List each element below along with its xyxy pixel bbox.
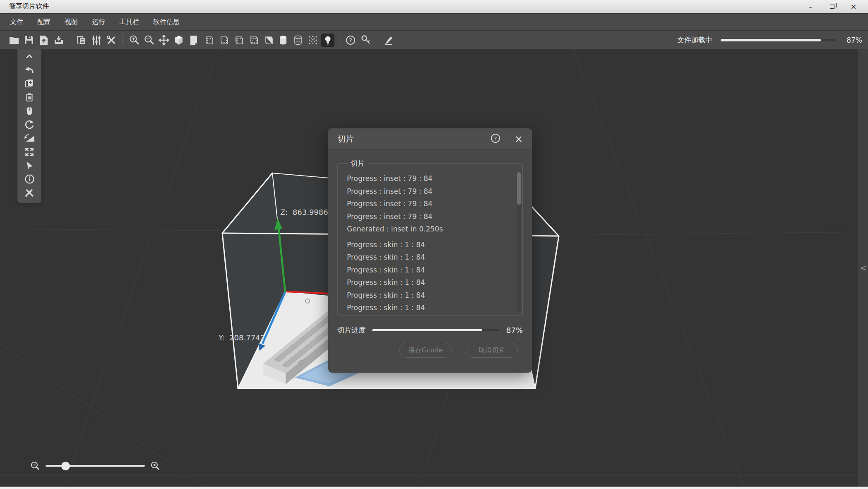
close-icon[interactable]: × — [848, 2, 859, 11]
move-view-icon[interactable] — [157, 34, 171, 47]
view-solid-icon[interactable] — [172, 34, 185, 47]
slice-log-group-title: 切片 — [348, 159, 368, 168]
toolbar-separator — [377, 34, 377, 46]
slice-dialog-title: 切片 — [337, 133, 354, 145]
file-loading-progress-fill — [721, 39, 821, 41]
window-bottom-border — [0, 487, 868, 489]
log-scrollbar[interactable] — [517, 171, 521, 312]
log-line: Progress : skin : 1 : 84 — [347, 238, 512, 251]
toolbar-separator — [70, 34, 70, 46]
titlebar: 智享切片软件 – × — [0, 0, 868, 13]
toolbar: ? 文件加载中 87% — [0, 31, 868, 49]
menu-toolbar[interactable]: 工具栏 — [118, 16, 140, 28]
log-line: Progress : skin : 1 : 84 — [347, 301, 512, 314]
select-cursor-icon[interactable] — [23, 159, 36, 172]
save-file-icon[interactable] — [22, 34, 36, 47]
view-hidden-line-icon[interactable] — [217, 34, 230, 47]
y-axis-value-label: Y: 208.7742 — [219, 333, 265, 342]
log-line: Progress : skin : 1 : 84 — [347, 314, 512, 315]
toolbar-separator — [339, 34, 339, 46]
svg-text:?: ? — [349, 37, 352, 43]
menu-view[interactable]: 视图 — [64, 16, 79, 28]
edit-tools-icon[interactable] — [23, 187, 36, 199]
zoom-slider[interactable] — [46, 460, 145, 471]
left-toolbox — [17, 47, 41, 203]
slice-progress-bar — [372, 329, 499, 331]
menu-about[interactable]: 软件信息 — [152, 16, 180, 28]
menu-config[interactable]: 配置 — [36, 16, 51, 28]
zoom-in-slider-icon[interactable] — [150, 460, 161, 471]
dialog-header-divider — [507, 135, 507, 143]
view-points-icon[interactable] — [306, 34, 320, 47]
menu-file[interactable]: 文件 — [9, 16, 24, 28]
slice-progress-label: 切片进度 — [337, 325, 365, 335]
log-line: Progress : inset : 79 : 84 — [347, 198, 512, 210]
viewport-zoom-control — [30, 460, 161, 471]
zoom-slider-thumb[interactable] — [61, 462, 70, 470]
collapse-up-icon[interactable] — [23, 50, 36, 63]
key-icon[interactable] — [359, 34, 372, 47]
view-xray-icon[interactable] — [232, 34, 245, 47]
toolbar-separator — [123, 34, 123, 46]
view-wireframe-icon[interactable] — [202, 34, 215, 47]
zoom-in-icon[interactable] — [127, 34, 141, 47]
undo-icon[interactable] — [23, 64, 36, 76]
fit-view-icon[interactable] — [23, 146, 36, 158]
log-line: Progress : inset : 79 : 84 — [347, 210, 512, 223]
restore-icon[interactable] — [827, 2, 837, 11]
zoom-out-icon[interactable] — [142, 34, 156, 47]
file-loading-percent: 87% — [843, 36, 862, 44]
dialog-close-icon[interactable]: × — [513, 134, 524, 144]
log-line: Progress : skin : 1 : 84 — [347, 264, 512, 277]
slice-progress-percent: 87% — [506, 326, 523, 335]
dialog-help-icon[interactable]: ? — [490, 133, 501, 145]
parameter-sliders-icon[interactable] — [90, 34, 103, 47]
svg-text:?: ? — [494, 135, 497, 142]
window-title: 智享切片软件 — [9, 2, 49, 11]
view-cylinder-wire-icon[interactable] — [291, 34, 305, 47]
model-info-icon[interactable] — [23, 173, 36, 185]
view-transparent-icon[interactable] — [247, 34, 260, 47]
slice-dialog: 切片 ? × 切片 Progress : inset : 79 : 84 Pro… — [328, 128, 532, 373]
menubar: 文件 配置 视图 运行 工具栏 软件信息 — [0, 14, 868, 31]
log-line: Generated : inset in 0.250s — [347, 223, 512, 236]
light-toggle-icon[interactable] — [321, 34, 334, 47]
tools-icon[interactable] — [105, 34, 118, 47]
slice-dialog-header[interactable]: 切片 ? × — [328, 128, 532, 150]
import-model-icon[interactable] — [37, 34, 50, 47]
save-gcode-button[interactable]: 保存Gcode — [399, 343, 452, 358]
open-file-icon[interactable] — [7, 34, 21, 47]
slice-log-group: 切片 Progress : inset : 79 : 84 Progress :… — [337, 159, 523, 316]
slice-progress-fill — [372, 329, 482, 331]
file-loading-label: 文件加载中 — [677, 35, 712, 45]
log-line: Progress : skin : 1 : 84 — [347, 289, 512, 302]
log-line: Progress : inset : 79 : 84 — [347, 172, 512, 185]
file-loading-progress-bar — [721, 39, 836, 41]
right-panel-strip: < — [858, 49, 868, 487]
rotate-model-icon[interactable] — [23, 118, 36, 131]
zoom-slider-track[interactable] — [46, 465, 145, 467]
menu-run[interactable]: 运行 — [91, 16, 106, 28]
export-model-icon[interactable] — [52, 34, 65, 47]
log-line: Progress : inset : 79 : 84 — [347, 185, 512, 198]
pan-hand-icon[interactable] — [23, 105, 36, 117]
log-line: Progress : skin : 1 : 84 — [347, 276, 512, 289]
view-section-icon[interactable] — [262, 34, 275, 47]
view-cylinder-icon[interactable] — [277, 34, 290, 47]
annotate-pen-icon[interactable] — [382, 34, 395, 47]
z-axis-value-label: Z: 863.9986 — [280, 208, 328, 217]
printer-profiles-icon[interactable] — [75, 34, 88, 47]
minimize-icon[interactable]: – — [805, 2, 816, 11]
delete-trash-icon[interactable] — [23, 91, 36, 104]
slice-log[interactable]: Progress : inset : 79 : 84 Progress : in… — [347, 172, 512, 315]
help-icon[interactable]: ? — [344, 34, 357, 47]
log-line: Progress : skin : 1 : 84 — [347, 251, 512, 264]
view-surface-icon[interactable] — [187, 34, 200, 47]
duplicate-model-icon[interactable] — [23, 77, 36, 90]
mirror-model-icon[interactable] — [23, 132, 36, 145]
expand-panel-icon[interactable]: < — [860, 264, 867, 272]
log-scrollbar-thumb[interactable] — [517, 172, 521, 205]
zoom-out-slider-icon[interactable] — [30, 460, 41, 471]
cancel-slice-button[interactable]: 取消切片 — [466, 343, 518, 358]
